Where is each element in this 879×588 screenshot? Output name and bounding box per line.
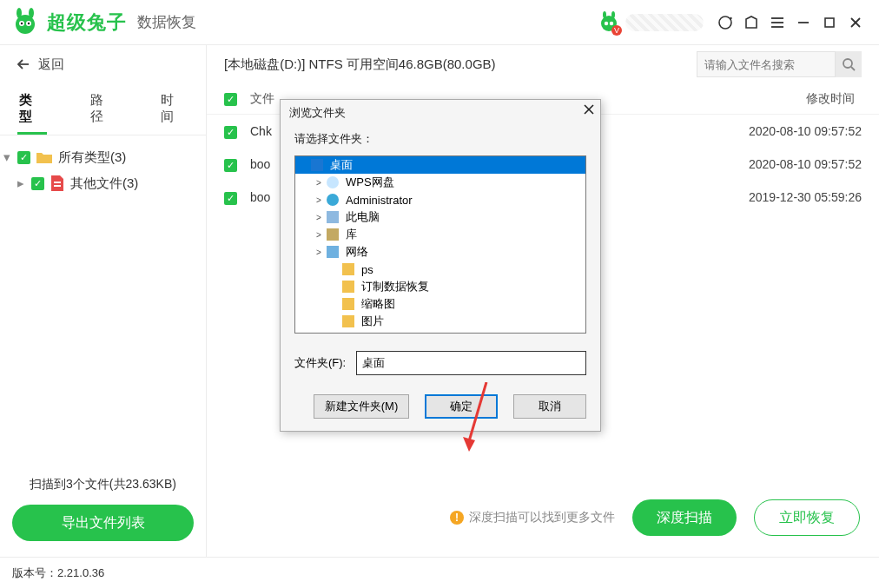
col-mtime: 修改时间: [688, 91, 862, 107]
folder-icon: [342, 281, 354, 293]
file-red-icon: [50, 175, 65, 192]
svg-point-3: [21, 22, 23, 23]
checkbox-header[interactable]: ✓: [224, 93, 237, 106]
folder-tree-node[interactable]: >此电脑: [295, 208, 585, 226]
folder-yellow-icon: [36, 150, 53, 164]
tab-type[interactable]: 类型: [17, 83, 47, 135]
net-icon: [327, 246, 339, 258]
svg-rect-23: [54, 185, 61, 187]
folder-tree-node-label: 图片: [361, 314, 384, 329]
tree-node-other[interactable]: ▸ ✓ 其他文件(3): [0, 170, 206, 196]
user-icon: [327, 194, 339, 206]
dialog-prompt: 请选择文件夹：: [281, 126, 600, 155]
folder-tree-node-label: ps: [361, 263, 373, 276]
lib-icon: [327, 228, 339, 241]
svg-point-9: [610, 21, 613, 24]
deep-scan-button[interactable]: 深度扫描: [632, 499, 737, 536]
svg-point-10: [603, 11, 606, 18]
folder-label: 文件夹(F):: [294, 355, 346, 371]
svg-point-8: [605, 21, 608, 24]
export-button[interactable]: 导出文件列表: [12, 505, 194, 541]
checkbox-row[interactable]: ✓: [224, 159, 237, 172]
folder-tree-node[interactable]: >库: [295, 226, 585, 243]
browse-folder-dialog: 浏览文件夹 请选择文件夹： 桌面>WPS网盘>Administrator>此电脑…: [280, 99, 601, 432]
checkbox-row[interactable]: ✓: [224, 126, 237, 139]
app-title-sub: 数据恢复: [137, 12, 196, 32]
svg-point-6: [29, 8, 34, 18]
sync-icon[interactable]: [712, 10, 738, 36]
folder-icon: [342, 298, 354, 310]
maximize-button[interactable]: [816, 10, 843, 36]
checkbox-other[interactable]: ✓: [31, 177, 44, 190]
menu-icon[interactable]: [764, 10, 790, 36]
wps-icon: [327, 176, 339, 188]
folder-tree-node[interactable]: 图片: [295, 313, 585, 330]
chevron-down-icon: ▾: [2, 149, 12, 165]
tab-path[interactable]: 路径: [89, 83, 118, 135]
folder-tree-node-label: Administrator: [346, 194, 413, 207]
svg-point-13: [730, 17, 731, 18]
scan-summary: 扫描到3个文件(共23.63KB): [12, 477, 194, 492]
minimize-button[interactable]: [790, 10, 816, 36]
app-logo-icon: [10, 8, 40, 37]
folder-tree-node-label: 缩略图: [361, 296, 395, 312]
blur-region: [625, 14, 704, 31]
checkbox-all[interactable]: ✓: [17, 151, 30, 164]
folder-tree-node-label: WPS网盘: [346, 175, 394, 190]
deep-scan-tip: 深度扫描可以找到更多文件: [469, 510, 615, 525]
folder-tree-node-label: 网络: [346, 244, 368, 260]
folder-tree-node[interactable]: >Administrator: [295, 191, 585, 208]
ok-button[interactable]: 确定: [425, 394, 498, 419]
folder-tree-node[interactable]: ps: [295, 261, 585, 278]
bunny-small-icon: V: [598, 11, 620, 34]
folder-tree[interactable]: 桌面>WPS网盘>Administrator>此电脑>库>网络ps订制数据恢复缩…: [294, 155, 586, 334]
chevron-right-icon: ▸: [16, 175, 26, 191]
tab-time[interactable]: 时间: [159, 83, 188, 135]
disk-info: [本地磁盘(D:)] NTFS 可用空间46.8GB(80.0GB): [224, 56, 496, 73]
folder-icon: [342, 315, 354, 327]
checkbox-row[interactable]: ✓: [224, 192, 237, 205]
desk-icon: [311, 159, 323, 171]
svg-rect-18: [825, 18, 834, 27]
search-button[interactable]: [836, 51, 862, 77]
search-input[interactable]: [697, 51, 836, 77]
tree-node-other-label: 其他文件(3): [70, 175, 138, 192]
folder-tree-node[interactable]: 订制数据恢复: [295, 278, 585, 295]
sidebar-tabs: 类型 路径 时间: [0, 83, 206, 135]
tree-node-all[interactable]: ▾ ✓ 所有类型(3): [0, 144, 206, 170]
back-button[interactable]: 返回: [0, 45, 206, 83]
folder-tree-node-label: 桌面: [330, 157, 353, 173]
back-arrow-icon: [16, 56, 31, 72]
warning-icon: !: [450, 511, 464, 525]
folder-tree-node[interactable]: 桌面: [295, 156, 585, 174]
version-value: 2.21.0.36: [57, 566, 104, 579]
new-folder-button[interactable]: 新建文件夹(M): [314, 394, 409, 419]
svg-line-25: [851, 67, 855, 70]
recover-button[interactable]: 立即恢复: [754, 499, 860, 536]
cancel-button[interactable]: 取消: [513, 394, 586, 419]
dialog-title: 浏览文件夹: [281, 100, 600, 126]
folder-icon: [342, 263, 354, 275]
pc-icon: [327, 211, 339, 223]
folder-tree-node[interactable]: 缩略图: [295, 295, 585, 313]
folder-tree-node[interactable]: >WPS网盘: [295, 174, 585, 191]
tree-node-all-label: 所有类型(3): [58, 149, 126, 166]
app-title-main: 超级兔子: [47, 10, 127, 36]
skin-icon[interactable]: [738, 10, 764, 36]
folder-input[interactable]: [356, 351, 586, 375]
folder-tree-node[interactable]: >网络: [295, 243, 585, 261]
folder-tree-node-label: 库: [346, 227, 357, 242]
close-button[interactable]: [843, 10, 869, 36]
version-label: 版本号：: [12, 565, 57, 581]
svg-point-5: [17, 8, 22, 18]
svg-point-4: [28, 22, 30, 23]
folder-tree-node-label: 此电脑: [346, 209, 380, 225]
svg-point-12: [719, 17, 731, 29]
svg-rect-22: [54, 182, 61, 183]
dialog-close-button[interactable]: [583, 103, 595, 116]
back-label: 返回: [38, 56, 64, 73]
folder-tree-node-label: 订制数据恢复: [361, 279, 429, 294]
svg-point-24: [843, 59, 852, 68]
svg-point-11: [611, 11, 615, 18]
